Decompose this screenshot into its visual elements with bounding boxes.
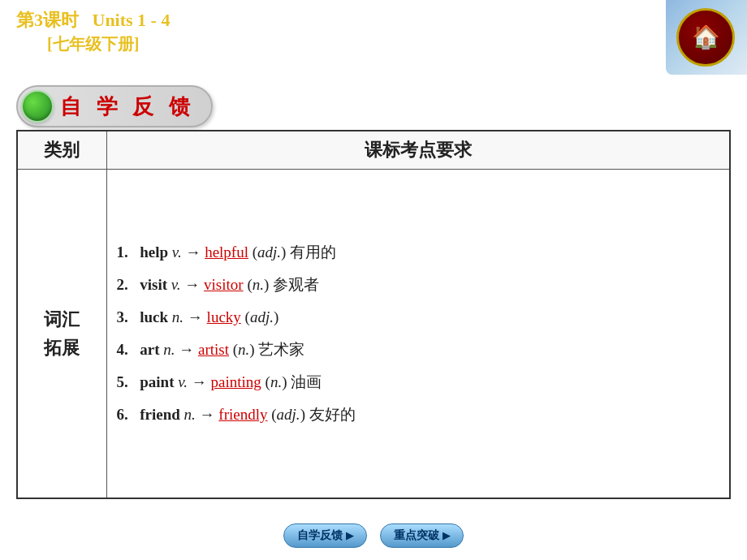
header: 第3课时 Units 1 - 4 [七年级下册] (16, 8, 170, 55)
list-item: 4. art n. → artist (n.) 艺术家 (117, 334, 720, 366)
vocab-table: 类别 课标考点要求 词汇拓展 1. help v. → helpful (adj (16, 130, 731, 499)
main-content-area: 类别 课标考点要求 词汇拓展 1. help v. → helpful (adj (16, 130, 731, 499)
badge-circle-icon (21, 90, 54, 123)
bottom-nav: 自学反馈 ▶ 重点突破 ▶ (283, 523, 464, 548)
list-item: 6. friend n. → friendly (adj.) 友好的 (117, 398, 720, 431)
list-item: 1. help v. → helpful (adj.) 有用的 (117, 236, 720, 269)
list-item: 3. luck n. → lucky (adj.) (117, 301, 720, 334)
home-button[interactable]: 🏠 (676, 8, 735, 67)
arrow-icon-1: ▶ (346, 530, 353, 542)
list-item: 5. paint v. → painting (n.) 油画 (117, 366, 720, 398)
content-cell: 1. help v. → helpful (adj.) 有用的 2. visit… (106, 170, 730, 499)
house-icon: 🏠 (692, 26, 720, 49)
section-badge: 自 学 反 馈 (16, 85, 213, 127)
grade-label: [七年级下册] (16, 33, 170, 55)
self-study-label: 自学反馈 (297, 528, 343, 543)
badge-text: 自 学 反 馈 (60, 93, 195, 121)
vocab-list: 1. help v. → helpful (adj.) 有用的 2. visit… (117, 236, 720, 430)
home-icon: 🏠 (692, 26, 720, 49)
header-title: 第3课时 Units 1 - 4 (16, 8, 170, 33)
category-cell: 词汇拓展 (17, 170, 106, 499)
col2-header: 课标考点要求 (106, 131, 730, 170)
self-study-button[interactable]: 自学反馈 ▶ (283, 523, 367, 548)
arrow-icon-2: ▶ (443, 530, 450, 542)
key-points-button[interactable]: 重点突破 ▶ (380, 523, 464, 548)
key-points-label: 重点突破 (394, 528, 439, 543)
units-label: Units 1 - 4 (93, 10, 171, 30)
lesson-label: 第3课时 (16, 10, 79, 30)
col1-header: 类别 (17, 131, 106, 170)
list-item: 2. visit v. → visitor (n.) 参观者 (117, 269, 720, 301)
vocab-row: 词汇拓展 1. help v. → helpful (adj.) 有用的 (17, 170, 730, 499)
